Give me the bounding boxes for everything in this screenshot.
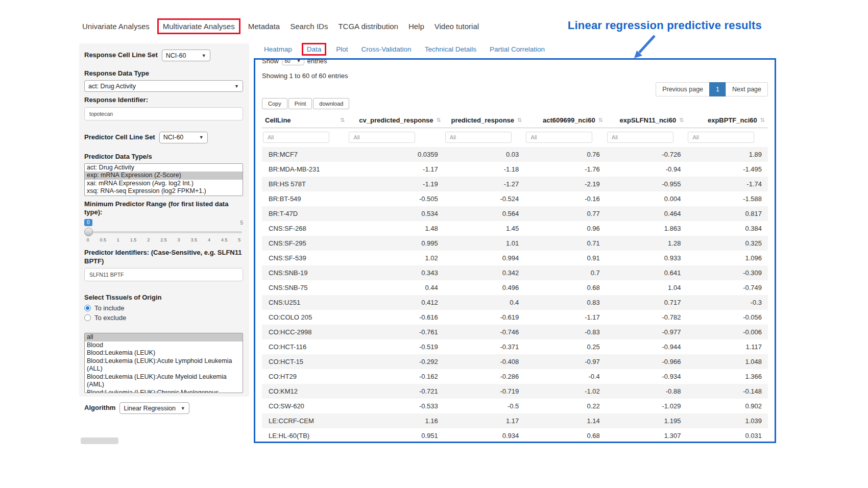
result-tab[interactable]: Cross-Validation bbox=[357, 43, 416, 55]
cut-off-element bbox=[81, 437, 118, 444]
radio-icon[interactable] bbox=[84, 314, 91, 321]
expSLFN11-nci60-cell: -0.726 bbox=[606, 147, 687, 162]
export-button[interactable]: Print bbox=[288, 98, 312, 109]
show-label: Show bbox=[262, 58, 279, 65]
result-tab[interactable]: Partial Correlation bbox=[485, 43, 549, 55]
annotation-arrow-icon bbox=[627, 34, 663, 60]
slider-track[interactable] bbox=[85, 231, 242, 233]
listbox-option[interactable]: all bbox=[85, 333, 243, 341]
column-filter-input[interactable] bbox=[445, 132, 512, 143]
column-header-label: cv_predicted_response bbox=[359, 116, 433, 124]
showing-entries-text: Showing 1 to 60 of 60 entries bbox=[262, 72, 768, 80]
previous-page-button[interactable]: Previous page bbox=[656, 82, 710, 96]
tissue-radio-option[interactable]: To include bbox=[84, 304, 243, 312]
tissue-radio-option[interactable]: To exclude bbox=[84, 314, 243, 322]
listbox-option[interactable]: exp: mRNA Expression (Z-Score) bbox=[85, 172, 243, 180]
result-tab[interactable]: Plot bbox=[331, 43, 352, 55]
table-row: CO:SW-620 -0.533 -0.5 0.22 -1.029 0.902 bbox=[262, 399, 768, 413]
cellline-cell: CO:KM12 bbox=[262, 384, 348, 399]
expBPTF-nci60-cell: -1.74 bbox=[687, 177, 768, 191]
tissue-origin-label: Select Tissue/s of Origin bbox=[84, 294, 243, 302]
column-filter-input[interactable] bbox=[688, 132, 754, 143]
result-tab[interactable]: Technical Details bbox=[420, 43, 481, 55]
column-header[interactable]: predicted_response ⇅ bbox=[444, 113, 525, 128]
listbox-option[interactable]: act: Drug Activity bbox=[85, 164, 243, 172]
act609699-nci60-cell: 0.68 bbox=[525, 280, 606, 295]
response-identifier-input[interactable] bbox=[84, 107, 243, 120]
listbox-option[interactable]: xai: mRNA Expression (Avg. log2 Int.) bbox=[85, 180, 243, 188]
sort-icon[interactable]: ⇅ bbox=[340, 117, 345, 123]
slider-handle[interactable] bbox=[84, 228, 93, 236]
predictor-cell-line-set-select[interactable]: NCI-60 ▼ bbox=[159, 132, 208, 143]
nav-item[interactable]: Video tutorial bbox=[430, 19, 484, 33]
predicted-response-cell: 1.01 bbox=[444, 236, 525, 251]
table-row: BR:MCF7 0.0359 0.03 0.76 -0.726 1.89 bbox=[262, 147, 768, 162]
sort-icon[interactable]: ⇅ bbox=[437, 117, 441, 123]
column-header[interactable]: act609699_nci60 ⇅ bbox=[525, 113, 606, 128]
cellline-cell: CNS:SNB-19 bbox=[262, 265, 348, 280]
cellline-cell: BR:MDA-MB-231 bbox=[262, 162, 348, 177]
radio-icon[interactable] bbox=[84, 305, 91, 311]
column-filter-input[interactable] bbox=[349, 132, 415, 143]
column-filter-input[interactable] bbox=[526, 132, 592, 143]
current-page-button[interactable]: 1 bbox=[709, 82, 726, 96]
entries-label: entries bbox=[307, 58, 327, 65]
next-page-button[interactable]: Next page bbox=[726, 82, 768, 96]
column-header[interactable]: cv_predicted_response ⇅ bbox=[348, 113, 444, 128]
predictor-identifiers-input[interactable] bbox=[84, 268, 243, 281]
results-table: CellLine ⇅ cv_predicted_response ⇅ bbox=[262, 113, 768, 443]
settings-sidebar: Response Cell Line Set NCI-60 ▼ Response… bbox=[79, 43, 249, 397]
column-header[interactable]: expBPTF_nci60 ⇅ bbox=[687, 113, 768, 128]
table-row: CO:HCT-116 -0.519 -0.371 0.25 -0.944 1.1… bbox=[262, 339, 768, 354]
nav-item[interactable]: Help bbox=[404, 19, 429, 33]
column-filter-input[interactable] bbox=[607, 132, 673, 143]
chevron-down-icon: ▼ bbox=[199, 135, 204, 140]
algorithm-select[interactable]: Linear Regression ▼ bbox=[119, 402, 189, 414]
listbox-option[interactable]: Blood:Leukemia (LEUK):Chronic Myelogenou… bbox=[85, 389, 243, 394]
sort-icon[interactable]: ⇅ bbox=[760, 117, 765, 123]
response-cell-line-set-select[interactable]: NCI-60 ▼ bbox=[162, 50, 210, 61]
entries-count-select[interactable]: 60 ▼ bbox=[282, 58, 304, 65]
export-button[interactable]: download bbox=[313, 98, 349, 109]
response-data-type-select[interactable]: act: Drug Activity ▼ bbox=[84, 80, 243, 92]
sort-icon[interactable]: ⇅ bbox=[598, 117, 603, 123]
nav-item[interactable]: Multivariate Analyses bbox=[157, 18, 240, 34]
sort-icon[interactable]: ⇅ bbox=[679, 117, 684, 123]
predicted-response-cell: 0.4 bbox=[444, 295, 525, 310]
act609699-nci60-cell: 0.76 bbox=[525, 147, 606, 162]
nav-item[interactable]: Univariate Analyses bbox=[78, 19, 154, 33]
nav-item[interactable]: Search IDs bbox=[285, 19, 332, 33]
act609699-nci60-cell: -0.4 bbox=[525, 369, 606, 384]
listbox-option[interactable]: xsq: RNA-seq Expression (log2 FPKM+1.) bbox=[85, 187, 243, 196]
predictor-cell-line-set-label: Predictor Cell Line Set bbox=[84, 133, 155, 141]
result-tab[interactable]: Heatmap bbox=[259, 43, 297, 55]
listbox-option[interactable]: Blood:Leukemia (LEUK):Acute Myeloid Leuk… bbox=[85, 373, 243, 389]
nav-item[interactable]: Metadata bbox=[244, 19, 285, 33]
show-entries-control: Show 60 ▼ entries bbox=[262, 58, 768, 65]
act609699-nci60-cell: -1.02 bbox=[525, 384, 606, 399]
listbox-option[interactable]: Blood:Leukemia (LEUK):Acute Lymphoid Leu… bbox=[85, 357, 243, 373]
cellline-cell: CNS:SNB-75 bbox=[262, 280, 348, 295]
cv-predicted-response-cell: 0.44 bbox=[348, 280, 444, 295]
expSLFN11-nci60-cell: 0.004 bbox=[606, 191, 687, 206]
tissue-listbox: all Blood Blood:Leukemia (LEUK) Blood:Le… bbox=[84, 333, 243, 393]
cv-predicted-response-cell: 0.951 bbox=[348, 428, 444, 443]
nav-item[interactable]: TCGA distribution bbox=[333, 19, 403, 33]
expSLFN11-nci60-cell: -0.966 bbox=[606, 354, 687, 369]
expSLFN11-nci60-cell: 1.04 bbox=[606, 280, 687, 295]
slider-tick: 4.5 bbox=[221, 237, 228, 242]
export-button[interactable]: Copy bbox=[262, 98, 287, 109]
cellline-cell: BR:T-47D bbox=[262, 206, 348, 221]
sort-icon[interactable]: ⇅ bbox=[517, 117, 522, 123]
chevron-down-icon: ▼ bbox=[234, 84, 239, 89]
result-tab[interactable]: Data bbox=[302, 43, 327, 56]
table-row: CO:KM12 -0.721 -0.719 -1.02 -0.88 -0.148 bbox=[262, 384, 768, 399]
column-header[interactable]: expSLFN11_nci60 ⇅ bbox=[606, 113, 687, 128]
radio-label: To include bbox=[94, 304, 125, 312]
column-header[interactable]: CellLine ⇅ bbox=[262, 113, 348, 128]
listbox-option[interactable]: Blood bbox=[85, 341, 243, 350]
act609699-nci60-cell: 0.71 bbox=[525, 236, 606, 251]
table-row: BR:HS 578T -1.19 -1.27 -2.19 -0.955 -1.7… bbox=[262, 177, 768, 191]
listbox-option[interactable]: Blood:Leukemia (LEUK) bbox=[85, 349, 243, 357]
column-filter-input[interactable] bbox=[263, 132, 329, 143]
